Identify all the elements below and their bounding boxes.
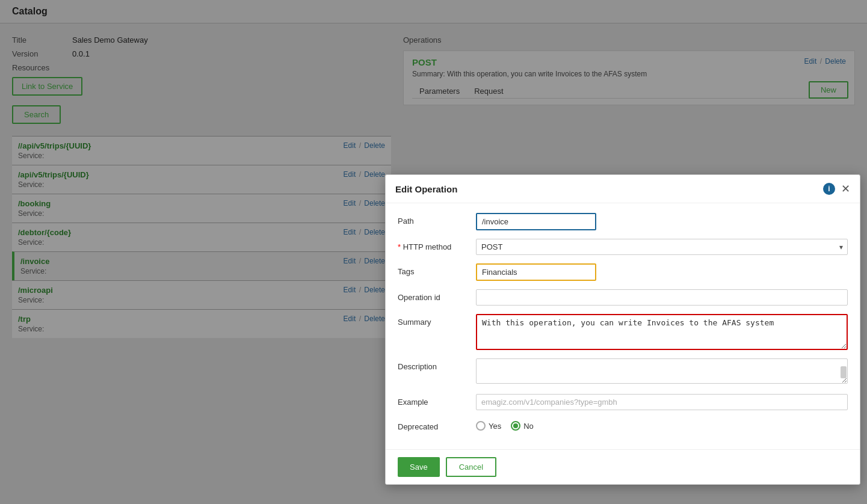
description-label: Description [398, 358, 476, 371]
deprecated-yes-option[interactable]: Yes [476, 421, 501, 431]
description-row: Description [398, 358, 848, 386]
description-wrapper [476, 358, 848, 386]
path-row: Path [398, 213, 848, 230]
tags-row: Tags [398, 263, 848, 281]
modal-header-right: i ✕ [823, 182, 850, 195]
modal-title: Edit Operation [395, 184, 457, 194]
deprecated-yes-circle [476, 421, 486, 431]
deprecated-row: Deprecated Yes No [398, 419, 848, 431]
http-method-select[interactable]: POST GET PUT DELETE PATCH [476, 239, 848, 255]
modal-header: Edit Operation i ✕ [386, 175, 860, 203]
http-method-select-wrapper: POST GET PUT DELETE PATCH ▾ [476, 239, 848, 255]
example-input[interactable] [476, 394, 848, 410]
deprecated-label: Deprecated [398, 419, 476, 431]
operation-id-label: Operation id [398, 289, 476, 302]
http-method-row: HTTP method POST GET PUT DELETE PATCH ▾ [398, 239, 848, 255]
deprecated-no-dot [513, 423, 518, 428]
summary-label: Summary [398, 314, 476, 327]
example-row: Example [398, 394, 848, 410]
info-icon[interactable]: i [823, 183, 835, 195]
deprecated-radio-group: Yes No [476, 419, 534, 431]
cancel-button[interactable]: Cancel [446, 457, 496, 477]
example-label: Example [398, 394, 476, 407]
save-button[interactable]: Save [398, 457, 440, 477]
http-method-label: HTTP method [398, 239, 476, 251]
operation-id-row: Operation id [398, 289, 848, 306]
description-input[interactable] [476, 358, 848, 384]
summary-input[interactable] [476, 314, 848, 350]
app-container: Catalog Title Sales Demo Gateway Version… [0, 0, 867, 504]
path-input[interactable] [476, 213, 596, 230]
scroll-indicator [841, 366, 847, 378]
edit-operation-modal: Edit Operation i ✕ Path HTTP method POST… [385, 174, 860, 485]
tags-input[interactable] [476, 263, 596, 281]
modal-footer: Save Cancel [386, 449, 860, 484]
deprecated-yes-label: Yes [489, 422, 501, 431]
close-button[interactable]: ✕ [841, 182, 850, 195]
summary-row: Summary [398, 314, 848, 350]
deprecated-no-circle [511, 421, 520, 431]
deprecated-no-option[interactable]: No [511, 421, 534, 431]
operation-id-input[interactable] [476, 289, 848, 306]
deprecated-no-label: No [523, 422, 534, 431]
path-label: Path [398, 213, 476, 226]
tags-label: Tags [398, 263, 476, 276]
modal-body: Path HTTP method POST GET PUT DELETE PAT… [386, 203, 860, 449]
